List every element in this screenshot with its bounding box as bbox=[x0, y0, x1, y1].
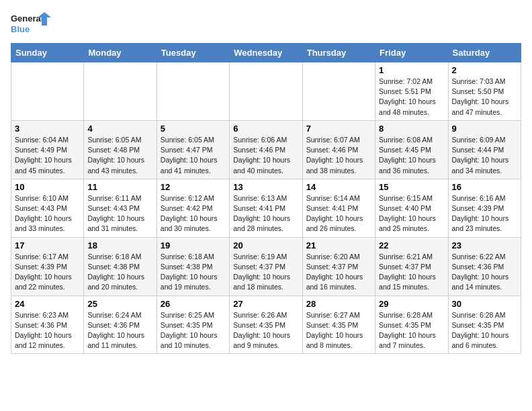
day-info: Sunrise: 6:05 AMSunset: 4:48 PMDaylight:… bbox=[87, 135, 152, 176]
day-cell bbox=[302, 62, 375, 121]
day-number: 12 bbox=[161, 182, 226, 192]
day-info: Sunrise: 6:27 AMSunset: 4:35 PMDaylight:… bbox=[306, 310, 371, 351]
header-day-monday: Monday bbox=[84, 44, 157, 62]
day-info: Sunrise: 7:03 AMSunset: 5:50 PMDaylight:… bbox=[452, 77, 517, 118]
day-number: 29 bbox=[379, 299, 444, 309]
day-cell: 2Sunrise: 7:03 AMSunset: 5:50 PMDaylight… bbox=[448, 62, 521, 121]
day-info: Sunrise: 6:22 AMSunset: 4:36 PMDaylight:… bbox=[452, 252, 517, 293]
day-cell: 4Sunrise: 6:05 AMSunset: 4:48 PMDaylight… bbox=[84, 120, 157, 179]
day-number: 10 bbox=[15, 182, 80, 192]
day-cell: 8Sunrise: 6:08 AMSunset: 4:45 PMDaylight… bbox=[375, 120, 448, 179]
day-info: Sunrise: 6:10 AMSunset: 4:43 PMDaylight:… bbox=[15, 193, 80, 234]
day-info: Sunrise: 6:05 AMSunset: 4:47 PMDaylight:… bbox=[161, 135, 226, 176]
day-cell: 28Sunrise: 6:27 AMSunset: 4:35 PMDayligh… bbox=[302, 295, 375, 354]
day-info: Sunrise: 6:13 AMSunset: 4:41 PMDaylight:… bbox=[233, 193, 298, 234]
day-info: Sunrise: 6:18 AMSunset: 4:38 PMDaylight:… bbox=[161, 252, 226, 293]
day-number: 28 bbox=[306, 299, 371, 309]
day-info: Sunrise: 6:15 AMSunset: 4:40 PMDaylight:… bbox=[379, 193, 444, 234]
day-cell: 29Sunrise: 6:28 AMSunset: 4:35 PMDayligh… bbox=[375, 295, 448, 354]
day-number: 2 bbox=[452, 65, 517, 75]
day-number: 15 bbox=[379, 182, 444, 192]
header-row: SundayMondayTuesdayWednesdayThursdayFrid… bbox=[11, 44, 521, 62]
day-cell: 6Sunrise: 6:06 AMSunset: 4:46 PMDaylight… bbox=[230, 120, 302, 179]
svg-text:Blue: Blue bbox=[11, 24, 30, 34]
day-number: 8 bbox=[379, 124, 444, 134]
header-day-tuesday: Tuesday bbox=[157, 44, 229, 62]
day-number: 5 bbox=[161, 124, 226, 134]
day-number: 18 bbox=[87, 240, 152, 250]
day-info: Sunrise: 6:18 AMSunset: 4:38 PMDaylight:… bbox=[87, 252, 152, 293]
day-cell: 11Sunrise: 6:11 AMSunset: 4:43 PMDayligh… bbox=[84, 179, 157, 237]
header-day-thursday: Thursday bbox=[302, 44, 375, 62]
day-cell bbox=[157, 62, 229, 121]
day-info: Sunrise: 6:19 AMSunset: 4:37 PMDaylight:… bbox=[233, 252, 298, 293]
day-cell: 20Sunrise: 6:19 AMSunset: 4:37 PMDayligh… bbox=[230, 237, 302, 295]
day-cell: 19Sunrise: 6:18 AMSunset: 4:38 PMDayligh… bbox=[157, 237, 229, 295]
day-cell: 22Sunrise: 6:21 AMSunset: 4:37 PMDayligh… bbox=[375, 237, 448, 295]
day-cell: 12Sunrise: 6:12 AMSunset: 4:42 PMDayligh… bbox=[157, 179, 229, 237]
day-cell: 24Sunrise: 6:23 AMSunset: 4:36 PMDayligh… bbox=[11, 295, 84, 354]
day-info: Sunrise: 6:08 AMSunset: 4:45 PMDaylight:… bbox=[379, 135, 444, 176]
day-number: 17 bbox=[15, 240, 80, 250]
day-cell: 21Sunrise: 6:20 AMSunset: 4:37 PMDayligh… bbox=[302, 237, 375, 295]
day-cell: 27Sunrise: 6:26 AMSunset: 4:35 PMDayligh… bbox=[230, 295, 302, 354]
day-info: Sunrise: 6:26 AMSunset: 4:35 PMDaylight:… bbox=[233, 310, 298, 351]
day-info: Sunrise: 6:16 AMSunset: 4:39 PMDaylight:… bbox=[452, 193, 517, 234]
day-number: 3 bbox=[15, 124, 80, 134]
header-day-sunday: Sunday bbox=[11, 44, 84, 62]
day-number: 1 bbox=[379, 65, 444, 75]
day-info: Sunrise: 6:20 AMSunset: 4:37 PMDaylight:… bbox=[306, 252, 371, 293]
day-number: 30 bbox=[452, 299, 517, 309]
day-number: 20 bbox=[233, 240, 298, 250]
day-info: Sunrise: 7:02 AMSunset: 5:51 PMDaylight:… bbox=[379, 77, 444, 118]
day-cell bbox=[230, 62, 302, 121]
day-cell bbox=[11, 62, 84, 121]
day-number: 11 bbox=[87, 182, 152, 192]
header: General Blue bbox=[11, 11, 521, 38]
day-number: 14 bbox=[306, 182, 371, 192]
day-number: 25 bbox=[87, 299, 152, 309]
week-row-4: 17Sunrise: 6:17 AMSunset: 4:39 PMDayligh… bbox=[11, 237, 521, 295]
header-day-friday: Friday bbox=[375, 44, 448, 62]
day-number: 4 bbox=[87, 124, 152, 134]
day-number: 21 bbox=[306, 240, 371, 250]
day-info: Sunrise: 6:17 AMSunset: 4:39 PMDaylight:… bbox=[15, 252, 80, 293]
day-info: Sunrise: 6:12 AMSunset: 4:42 PMDaylight:… bbox=[161, 193, 226, 234]
week-row-2: 3Sunrise: 6:04 AMSunset: 4:49 PMDaylight… bbox=[11, 120, 521, 179]
day-info: Sunrise: 6:23 AMSunset: 4:36 PMDaylight:… bbox=[15, 310, 80, 351]
logo: General Blue bbox=[11, 11, 51, 38]
header-day-wednesday: Wednesday bbox=[230, 44, 302, 62]
day-cell: 18Sunrise: 6:18 AMSunset: 4:38 PMDayligh… bbox=[84, 237, 157, 295]
day-cell: 26Sunrise: 6:25 AMSunset: 4:35 PMDayligh… bbox=[157, 295, 229, 354]
week-row-3: 10Sunrise: 6:10 AMSunset: 4:43 PMDayligh… bbox=[11, 179, 521, 237]
day-cell: 15Sunrise: 6:15 AMSunset: 4:40 PMDayligh… bbox=[375, 179, 448, 237]
day-info: Sunrise: 6:09 AMSunset: 4:44 PMDaylight:… bbox=[452, 135, 517, 176]
day-number: 23 bbox=[452, 240, 517, 250]
day-cell: 23Sunrise: 6:22 AMSunset: 4:36 PMDayligh… bbox=[448, 237, 521, 295]
day-number: 9 bbox=[452, 124, 517, 134]
svg-text:General: General bbox=[11, 13, 43, 24]
day-cell: 17Sunrise: 6:17 AMSunset: 4:39 PMDayligh… bbox=[11, 237, 84, 295]
day-cell: 7Sunrise: 6:07 AMSunset: 4:46 PMDaylight… bbox=[302, 120, 375, 179]
day-info: Sunrise: 6:07 AMSunset: 4:46 PMDaylight:… bbox=[306, 135, 371, 176]
week-row-1: 1Sunrise: 7:02 AMSunset: 5:51 PMDaylight… bbox=[11, 62, 521, 121]
day-number: 6 bbox=[233, 124, 298, 134]
day-cell: 30Sunrise: 6:28 AMSunset: 4:35 PMDayligh… bbox=[448, 295, 521, 354]
day-number: 26 bbox=[161, 299, 226, 309]
calendar-table: SundayMondayTuesdayWednesdayThursdayFrid… bbox=[11, 43, 521, 354]
day-cell: 5Sunrise: 6:05 AMSunset: 4:47 PMDaylight… bbox=[157, 120, 229, 179]
day-info: Sunrise: 6:11 AMSunset: 4:43 PMDaylight:… bbox=[87, 193, 152, 234]
day-cell: 14Sunrise: 6:14 AMSunset: 4:41 PMDayligh… bbox=[302, 179, 375, 237]
day-cell: 25Sunrise: 6:24 AMSunset: 4:36 PMDayligh… bbox=[84, 295, 157, 354]
day-info: Sunrise: 6:14 AMSunset: 4:41 PMDaylight:… bbox=[306, 193, 371, 234]
day-cell bbox=[84, 62, 157, 121]
day-cell: 10Sunrise: 6:10 AMSunset: 4:43 PMDayligh… bbox=[11, 179, 84, 237]
day-info: Sunrise: 6:04 AMSunset: 4:49 PMDaylight:… bbox=[15, 135, 80, 176]
day-number: 16 bbox=[452, 182, 517, 192]
day-number: 22 bbox=[379, 240, 444, 250]
logo-svg: General Blue bbox=[11, 11, 51, 38]
day-number: 27 bbox=[233, 299, 298, 309]
day-cell: 1Sunrise: 7:02 AMSunset: 5:51 PMDaylight… bbox=[375, 62, 448, 121]
day-number: 7 bbox=[306, 124, 371, 134]
day-cell: 9Sunrise: 6:09 AMSunset: 4:44 PMDaylight… bbox=[448, 120, 521, 179]
